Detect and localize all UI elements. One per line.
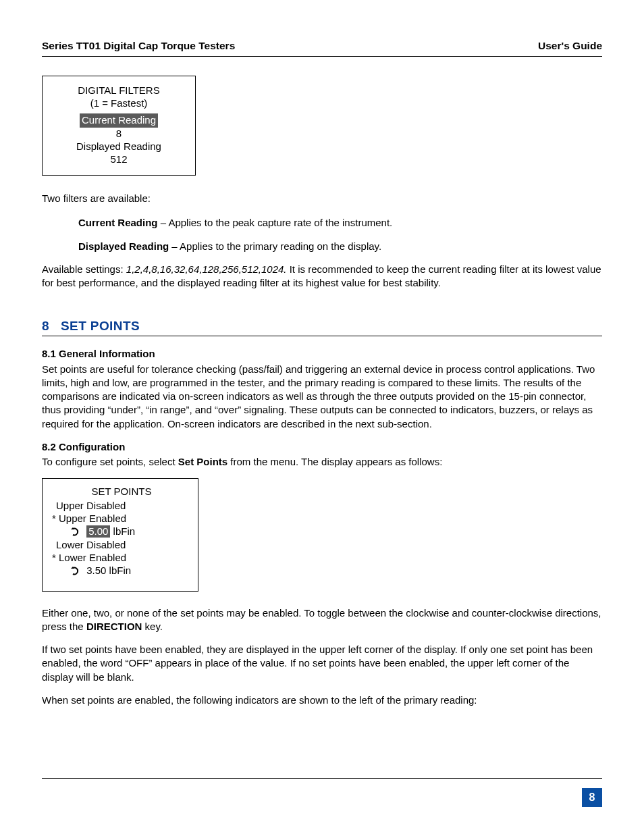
para-either-post: key. (142, 621, 163, 632)
section-8-title: SET POINTS (61, 319, 140, 333)
page-number-box: 8 (582, 788, 602, 807)
sub2-intro-bold: Set Points (178, 456, 227, 467)
dash: – (158, 217, 169, 228)
available-settings-paragraph: Available settings: 1,2,4,8,16,32,64,128… (42, 263, 602, 290)
displayed-reading-definition: Displayed Reading – Applies to the prima… (78, 240, 602, 253)
para-when-enabled: When set points are enabled, the followi… (42, 694, 602, 707)
para-two-setpoints: If two set points have been enabled, the… (42, 643, 602, 684)
page-header: Series TT01 Digital Cap Torque Testers U… (42, 39, 602, 57)
available-settings-prefix: Available settings: (42, 263, 126, 275)
subhead-8-1: 8.1 General Information (42, 347, 602, 361)
filters-title-1: DIGITAL FILTERS (49, 84, 188, 97)
two-filters-intro: Two filters are available: (42, 192, 602, 205)
rotation-arrow-icon (71, 527, 81, 540)
page: Series TT01 Digital Cap Torque Testers U… (0, 0, 644, 834)
direction-key-label: DIRECTION (86, 621, 142, 632)
header-left: Series TT01 Digital Cap Torque Testers (42, 39, 235, 53)
digital-filters-display-box: DIGITAL FILTERS (1 = Fastest) Current Re… (42, 76, 196, 176)
displayed-reading-value: 512 (49, 153, 188, 166)
setpoints-title: SET POINTS (52, 486, 191, 498)
displayed-reading-label: Displayed Reading (49, 140, 188, 153)
lower-unit: lbFin (106, 565, 131, 576)
lower-enabled-line: * Lower Enabled (52, 552, 191, 565)
section-8-1-body: Set points are useful for tolerance chec… (42, 363, 602, 431)
para-either: Either one, two, or none of the set poin… (42, 606, 602, 634)
upper-disabled-line: Upper Disabled (52, 500, 191, 513)
section-8-2-intro: To configure set points, select Set Poin… (42, 455, 602, 469)
lower-disabled-line: Lower Disabled (52, 539, 191, 552)
section-8-heading: 8 SET POINTS (42, 317, 602, 337)
current-reading-term: Current Reading (78, 217, 158, 228)
displayed-reading-desc: Applies to the primary reading on the di… (180, 240, 381, 252)
lower-value-line: 3.50 lbFin (52, 565, 191, 579)
filters-title-2: (1 = Fastest) (49, 97, 188, 110)
sub2-intro-pre: To configure set points, select (42, 456, 178, 467)
current-reading-desc: Applies to the peak capture rate of the … (168, 217, 392, 228)
available-settings-list: 1,2,4,8,16,32,64,128,256,512,1024. (126, 263, 287, 275)
sub2-intro-post: from the menu. The display appears as fo… (227, 456, 442, 467)
lower-value: 3.50 (86, 565, 106, 576)
upper-unit: lbFin (110, 525, 135, 537)
section-8-number: 8 (42, 319, 49, 333)
upper-value-line: 5.00 lbFin (52, 525, 191, 540)
current-reading-selected-label: Current Reading (80, 113, 158, 128)
header-right: User's Guide (538, 39, 602, 53)
set-points-display-box: SET POINTS Upper Disabled * Upper Enable… (42, 478, 198, 591)
dash: – (169, 240, 180, 252)
current-reading-value: 8 (49, 128, 188, 140)
subhead-8-2: 8.2 Configuration (42, 440, 602, 454)
current-reading-definition: Current Reading – Applies to the peak ca… (78, 216, 602, 230)
upper-enabled-line: * Upper Enabled (52, 513, 191, 525)
displayed-reading-term: Displayed Reading (78, 240, 169, 252)
rotation-arrow-icon (71, 566, 81, 579)
upper-value-selected: 5.00 (86, 525, 110, 538)
footer-rule (42, 778, 602, 779)
